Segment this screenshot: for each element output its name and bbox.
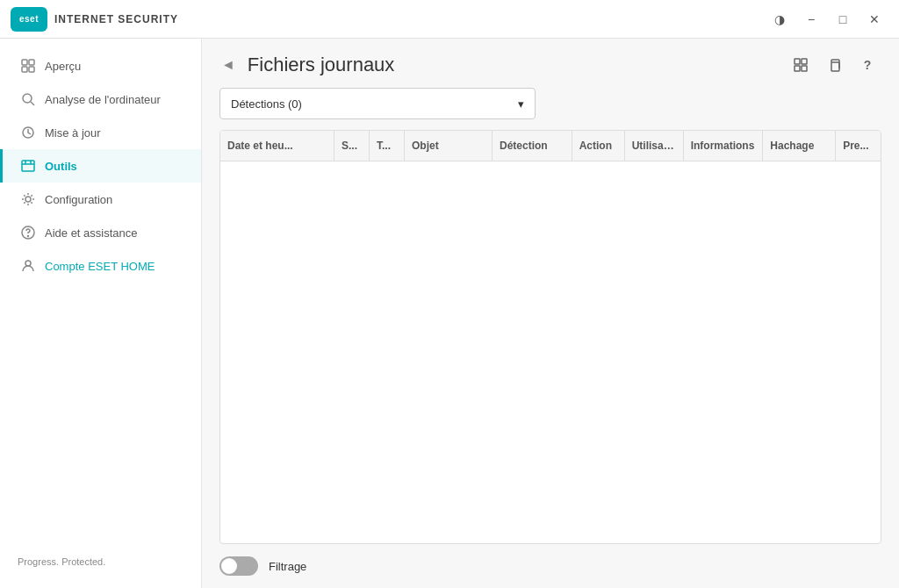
svg-rect-1 [29, 60, 34, 65]
sidebar-item-analyse[interactable]: Analyse de l'ordinateur [0, 82, 201, 116]
compte-icon [20, 258, 36, 274]
app-name: INTERNET SECURITY [54, 13, 178, 25]
sidebar-label-configuration: Configuration [45, 193, 112, 206]
table-body [220, 161, 881, 543]
eset-logo-box: eset [11, 7, 47, 32]
close-button[interactable]: ✕ [860, 7, 888, 32]
analyse-icon [20, 91, 36, 107]
aide-icon [20, 225, 36, 240]
filtrage-row: Filtrage [202, 544, 899, 588]
col-header-utilisateur[interactable]: Utilisat... [625, 131, 684, 161]
sidebar-label-aide: Aide et assistance [45, 226, 138, 240]
sidebar-label-analyse: Analyse de l'ordinateur [45, 93, 161, 106]
apercu-icon [20, 58, 36, 74]
configuration-icon [20, 191, 36, 207]
col-header-pre[interactable]: Pre... [836, 131, 881, 161]
filtrage-label: Filtrage [269, 560, 306, 573]
toggle-knob [221, 558, 237, 574]
window-controls: ◑ − □ ✕ [766, 7, 888, 32]
sidebar-label-outils: Outils [45, 160, 77, 173]
col-header-date[interactable]: Date et heu... [220, 131, 334, 161]
header-actions: ? [787, 53, 881, 77]
help-button[interactable]: ? [853, 53, 881, 77]
app-logo: eset INTERNET SECURITY [11, 7, 178, 32]
detections-dropdown[interactable]: Détections (0) ▾ [219, 88, 536, 119]
log-table: Date et heu... S... T... Objet Détection… [219, 130, 881, 544]
sidebar-label-miseajour: Mise à jour [45, 126, 101, 140]
svg-line-5 [31, 102, 34, 105]
col-header-hachage[interactable]: Hachage [763, 131, 836, 161]
svg-rect-18 [802, 66, 807, 71]
filtrage-toggle[interactable] [219, 556, 258, 576]
col-header-objet[interactable]: Objet [405, 131, 493, 161]
outils-icon [20, 158, 36, 174]
col-header-s[interactable]: S... [334, 131, 370, 161]
svg-rect-17 [795, 66, 800, 71]
col-header-t[interactable]: T... [370, 131, 405, 161]
svg-rect-0 [22, 60, 27, 65]
sidebar-item-apercu[interactable]: Aperçu [0, 49, 201, 82]
svg-point-13 [28, 236, 29, 237]
content-area: ◄ Fichiers journaux ? [202, 39, 899, 588]
svg-point-11 [25, 197, 31, 202]
main-layout: Aperçu Analyse de l'ordinateur Mise à jo… [0, 39, 899, 588]
contrast-button[interactable]: ◑ [766, 7, 794, 32]
sidebar-label-compte: Compte ESET HOME [45, 260, 155, 273]
table-header: Date et heu... S... T... Objet Détection… [220, 131, 881, 161]
sidebar-item-outils[interactable]: Outils [0, 149, 201, 183]
title-bar: eset INTERNET SECURITY ◑ − □ ✕ [0, 0, 899, 39]
svg-point-14 [25, 261, 31, 266]
sidebar: Aperçu Analyse de l'ordinateur Mise à jo… [0, 39, 202, 588]
sidebar-footer: Progress. Protected. [0, 546, 201, 577]
col-header-action[interactable]: Action [572, 131, 625, 161]
svg-rect-15 [795, 59, 800, 64]
col-header-informations[interactable]: Informations [684, 131, 764, 161]
svg-rect-19 [831, 62, 839, 71]
minimize-button[interactable]: − [797, 7, 825, 32]
sidebar-item-compte[interactable]: Compte ESET HOME [0, 249, 201, 283]
miseajour-icon [20, 125, 36, 140]
svg-rect-2 [22, 67, 27, 72]
svg-rect-3 [29, 67, 34, 72]
page-title: Fichiers journaux [248, 54, 780, 76]
copy-button[interactable] [820, 53, 848, 77]
back-arrow-button[interactable]: ◄ [216, 55, 241, 75]
dropdown-value: Détections (0) [231, 97, 302, 111]
maximize-button[interactable]: □ [829, 7, 857, 32]
grid-view-button[interactable] [787, 53, 815, 77]
content-header: ◄ Fichiers journaux ? [202, 39, 899, 88]
sidebar-item-configuration[interactable]: Configuration [0, 183, 201, 216]
sidebar-item-aide[interactable]: Aide et assistance [0, 216, 201, 249]
svg-point-4 [23, 94, 32, 103]
svg-rect-7 [22, 161, 34, 171]
dropdown-row: Détections (0) ▾ [202, 88, 899, 130]
dropdown-arrow-icon: ▾ [518, 97, 524, 111]
sidebar-label-apercu: Aperçu [45, 60, 81, 73]
svg-rect-16 [802, 59, 807, 64]
col-header-detection[interactable]: Détection [493, 131, 572, 161]
sidebar-item-miseajour[interactable]: Mise à jour [0, 116, 201, 149]
